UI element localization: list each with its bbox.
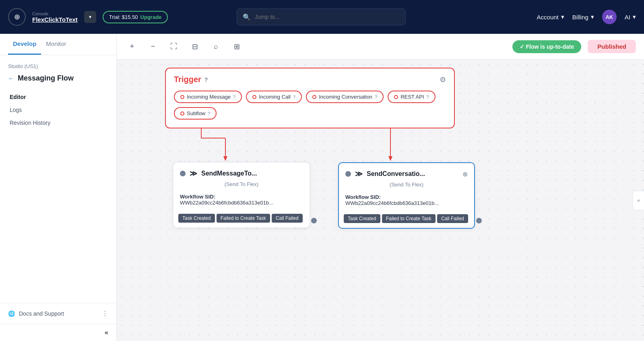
pill-dot — [252, 95, 256, 99]
ai-menu[interactable]: AI ▾ — [625, 13, 636, 21]
canvas-search-icon: ⌕ — [214, 42, 218, 51]
node1-body: Workflow SID: WWb22a09cc24b6fcbdb636a313… — [173, 190, 310, 214]
sidebar-item-logs[interactable]: Logs — [8, 103, 108, 116]
node2-status-dot — [345, 171, 351, 177]
bookmark-button[interactable]: ⊟ — [188, 39, 202, 54]
send-message-node[interactable]: ≫ SendMessageTo... (Send To Flex) Workfl… — [173, 162, 310, 228]
node2-badge-failed[interactable]: Failed to Create Task — [382, 214, 436, 223]
trigger-help-icon[interactable]: ? — [204, 76, 208, 83]
node1-badge-task-created[interactable]: Task Created — [178, 214, 215, 223]
back-arrow-icon: ← — [8, 75, 14, 82]
search-icon: 🔍 — [243, 13, 251, 21]
trigger-pill-subflow[interactable]: Subflow ? — [174, 107, 217, 120]
node2-body: Workflow SID: WWb22a09cc24b6fcbdb636a313… — [339, 191, 474, 214]
canvas-area: + − ⛶ ⊟ ⌕ ⊞ ✓ Flow is up-to-date Publish… — [117, 34, 644, 341]
app-name[interactable]: FlexClickToText — [32, 16, 78, 23]
collapse-icon: « — [105, 329, 108, 336]
node2-badge-call-failed[interactable]: Call Failed — [437, 214, 468, 223]
svg-marker-9 — [388, 156, 392, 161]
app-dropdown-button[interactable]: ▾ — [84, 11, 96, 23]
svg-point-19 — [476, 218, 482, 223]
sidebar-collapse[interactable]: « — [0, 324, 116, 341]
pill-help-icon: ? — [427, 95, 429, 99]
upgrade-button[interactable]: Upgrade — [140, 14, 162, 20]
more-options-icon[interactable]: ⋮ — [102, 310, 108, 317]
pill-dot — [180, 112, 184, 116]
trial-badge: Trial: $15.50 Upgrade — [103, 11, 168, 23]
back-button[interactable]: ← Messaging Flow — [8, 74, 108, 83]
trigger-pill-incoming-message[interactable]: Incoming Message ? — [174, 91, 242, 103]
pill-dot — [180, 95, 184, 99]
docs-and-support[interactable]: 🌐 Docs and Support — [8, 310, 64, 317]
grid-button[interactable]: ⊞ — [229, 39, 244, 54]
trigger-gear-icon[interactable]: ⚙ — [440, 75, 446, 84]
sidebar-footer: 🌐 Docs and Support ⋮ — [0, 303, 116, 324]
node1-subtitle: (Send To Flex) — [173, 181, 310, 190]
tab-monitor[interactable]: Monitor — [41, 34, 71, 55]
canvas[interactable]: Trigger ? ⚙ Incoming Message ? Incoming … — [117, 60, 644, 341]
node2-badge-task-created[interactable]: Task Created — [344, 214, 380, 223]
account-chevron-icon: ▾ — [561, 13, 564, 21]
trigger-pill-incoming-call[interactable]: Incoming Call ? — [246, 91, 302, 103]
canvas-toolbar: + − ⛶ ⊟ ⌕ ⊞ ✓ Flow is up-to-date Publish… — [117, 34, 644, 60]
published-button[interactable]: Published — [588, 40, 636, 53]
node1-footer: Task Created Failed to Create Task Call … — [173, 214, 310, 227]
app-info: Console FlexClickToText — [32, 11, 78, 23]
tab-develop[interactable]: Develop — [8, 34, 41, 55]
top-navigation: ⊕ Console FlexClickToText ▾ Trial: $15.5… — [0, 0, 644, 34]
search-bar[interactable]: 🔍 — [237, 8, 406, 25]
app-logo: ⊕ — [8, 8, 26, 26]
trigger-pill-rest-api[interactable]: REST API ? — [388, 91, 435, 103]
sidebar-item-revision[interactable]: Revision History — [8, 116, 108, 129]
node2-subtitle: (Send To Flex) — [339, 182, 474, 191]
sidebar-tabs: Develop Monitor — [0, 34, 116, 55]
pill-dot — [394, 95, 398, 99]
node2-footer: Task Created Failed to Create Task Call … — [339, 214, 474, 228]
node2-title: SendConversatio... — [367, 170, 458, 178]
docs-icon: 🌐 — [8, 310, 15, 317]
trigger-pills: Incoming Message ? Incoming Call ? Incom… — [174, 91, 446, 120]
svg-marker-3 — [223, 156, 227, 161]
ai-chevron-icon: ▾ — [633, 13, 636, 21]
grid-icon: ⊞ — [234, 42, 240, 51]
node2-field1: Workflow SID: WWb22a09cc24b6fcbdb636a313… — [345, 194, 468, 206]
node1-status-dot — [180, 171, 186, 176]
sidebar-content: Studio (US1) ← Messaging Flow Editor Log… — [0, 55, 116, 303]
right-panel-collapse[interactable]: « — [633, 191, 644, 210]
node1-badge-call-failed[interactable]: Call Failed — [272, 214, 303, 223]
flow-status: ✓ Flow is up-to-date — [512, 40, 582, 53]
main-layout: Develop Monitor Studio (US1) ← Messaging… — [0, 34, 644, 341]
pill-help-icon: ? — [208, 111, 210, 116]
search-input[interactable] — [255, 14, 400, 20]
node1-field1: Workflow SID: WWb22a09cc24b6fcbdb636a313… — [180, 194, 303, 206]
svg-point-16 — [311, 218, 317, 223]
billing-chevron-icon: ▾ — [591, 13, 594, 21]
node1-title: SendMessageTo... — [201, 170, 303, 177]
pill-help-icon: ? — [233, 95, 235, 99]
node1-badge-failed[interactable]: Failed to Create Task — [217, 214, 270, 223]
send-conversation-node[interactable]: ≫ SendConversatio... ⊗ (Send To Flex) Wo… — [338, 162, 475, 229]
trigger-pill-incoming-conversation[interactable]: Incoming Conversation ? — [306, 91, 384, 103]
node1-header: ≫ SendMessageTo... — [173, 163, 310, 181]
trigger-title: Trigger ? — [174, 75, 208, 84]
node2-header: ≫ SendConversatio... ⊗ — [339, 163, 474, 182]
zoom-out-button[interactable]: − — [146, 39, 160, 54]
pill-help-icon: ? — [375, 95, 377, 99]
right-collapse-icon: « — [637, 198, 640, 203]
nav-right: Account ▾ Billing ▾ AK AI ▾ — [537, 10, 636, 24]
account-menu[interactable]: Account ▾ — [537, 13, 564, 21]
sidebar: Develop Monitor Studio (US1) ← Messaging… — [0, 34, 117, 341]
sidebar-item-editor[interactable]: Editor — [8, 91, 108, 103]
billing-menu[interactable]: Billing ▾ — [572, 13, 594, 21]
avatar[interactable]: AK — [602, 10, 617, 24]
console-label: Console — [32, 11, 78, 16]
trigger-block: Trigger ? ⚙ Incoming Message ? Incoming … — [165, 68, 455, 128]
pill-dot — [312, 95, 316, 99]
pill-help-icon: ? — [293, 95, 295, 99]
trigger-header: Trigger ? ⚙ — [174, 75, 446, 84]
canvas-search-button[interactable]: ⌕ — [208, 39, 223, 54]
node1-flex-icon: ≫ — [190, 169, 197, 178]
fullscreen-button[interactable]: ⛶ — [167, 39, 181, 54]
node2-close-button[interactable]: ⊗ — [462, 170, 468, 178]
zoom-in-button[interactable]: + — [125, 39, 139, 54]
